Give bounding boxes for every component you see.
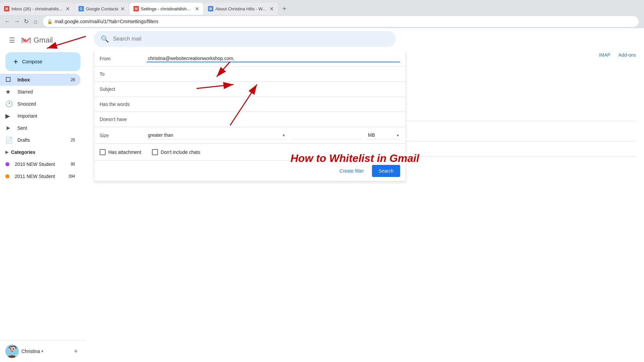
- create-filter-button[interactable]: Create filter: [334, 166, 369, 176]
- label-dot-2011: [5, 174, 9, 178]
- tab-1-title: Inbox (26) - christinahillshelpdesk@...: [11, 6, 63, 11]
- dont-include-chats-label: Don't include chats: [161, 149, 200, 155]
- browser-tab-3[interactable]: M Settings - christinahillshelpdesk@g...…: [129, 3, 203, 15]
- reload-button[interactable]: ↻: [21, 17, 31, 26]
- from-label: From: [100, 56, 147, 61]
- starred-label: Starred: [17, 89, 75, 95]
- hamburger-button[interactable]: ☰: [5, 34, 19, 47]
- browser-tab-2[interactable]: G Google Contacts ✕: [74, 3, 129, 15]
- has-words-input[interactable]: [147, 101, 400, 108]
- categories-label: Categories: [11, 149, 35, 155]
- tab-4-close[interactable]: ✕: [269, 6, 274, 12]
- size-unit-select[interactable]: MB KB Bytes: [367, 131, 400, 139]
- sidebar-item-starred[interactable]: ★ Starred: [0, 86, 80, 98]
- size-operator-select[interactable]: greater than less than: [147, 131, 286, 139]
- search-bar-container: 🔍: [86, 28, 644, 50]
- sidebar-item-inbox[interactable]: ☐ Inbox 26: [0, 74, 80, 86]
- user-chevron-icon[interactable]: ▾: [41, 349, 43, 354]
- doesnt-have-input[interactable]: [147, 116, 400, 123]
- important-label: Important: [17, 113, 75, 119]
- inbox-label: Inbox: [17, 77, 71, 82]
- doesnt-have-label: Doesn't have: [100, 117, 147, 122]
- label-2011-name: 2011 NEW Student: [15, 174, 68, 179]
- main-content: 🔍 IMAP Add-ons From To Subject: [86, 28, 644, 362]
- user-footer: Christina ▾ +: [0, 340, 86, 362]
- tab-2-close[interactable]: ✕: [120, 6, 125, 12]
- gmail-icon: M: [20, 34, 32, 46]
- compose-label: Compose: [22, 59, 42, 64]
- sent-icon: ➤: [5, 124, 12, 132]
- snoozed-label: Snoozed: [17, 101, 75, 107]
- label-2011-count: 394: [68, 174, 75, 179]
- sidebar-item-categories[interactable]: ▶ Categories: [0, 146, 80, 158]
- has-attachment-item: Has attachment: [100, 149, 141, 155]
- addons-link[interactable]: Add-ons: [619, 52, 636, 58]
- has-words-label: Has the words: [100, 102, 147, 107]
- address-bar: ← → ↻ ⌂ 🔒 mail.google.com/mail/u/1/?tab=…: [0, 15, 644, 28]
- has-attachment-checkbox[interactable]: [100, 149, 106, 155]
- browser-chrome: M Inbox (26) - christinahillshelpdesk@..…: [0, 0, 644, 28]
- label-2010-name: 2010 NEW Student: [15, 162, 71, 167]
- label-dot-2010: [5, 162, 9, 166]
- sidebar-item-drafts[interactable]: 📄 Drafts 25: [0, 134, 80, 146]
- tab-3-title: Settings - christinahillshelpdesk@g...: [141, 6, 193, 11]
- back-button[interactable]: ←: [3, 17, 12, 26]
- from-input[interactable]: [147, 55, 400, 62]
- sidebar-item-sent[interactable]: ➤ Sent: [0, 122, 80, 134]
- filter-from-row: From: [94, 51, 406, 67]
- filter-actions-row: Create filter Search: [94, 161, 406, 181]
- subject-input[interactable]: [147, 86, 400, 93]
- sidebar: ☰ M Gmail: [0, 28, 86, 362]
- sidebar-header: ☰ M Gmail: [0, 31, 86, 50]
- home-button[interactable]: ⌂: [31, 17, 40, 26]
- drafts-icon: 📄: [5, 136, 12, 144]
- compose-button[interactable]: + Compose: [5, 52, 80, 71]
- has-attachment-label: Has attachment: [108, 149, 141, 155]
- filter-checkboxes-row: Has attachment Don't include chats: [94, 144, 406, 161]
- sidebar-item-2010[interactable]: 2010 NEW Student 95: [0, 158, 80, 170]
- search-icon: 🔍: [101, 35, 109, 43]
- tab-4-title: About Christina Hills - Website Crea...: [215, 6, 267, 11]
- app-container: ☰ M Gmail: [0, 28, 644, 362]
- filter-size-row: Size greater than less than ▾ MB KB Byte…: [94, 127, 406, 144]
- dont-include-chats-checkbox[interactable]: [152, 149, 158, 155]
- search-input[interactable]: [113, 36, 389, 42]
- inbox-icon: ☐: [5, 76, 12, 83]
- url-bar[interactable]: 🔒 mail.google.com/mail/u/1/?tab=Cm#setti…: [43, 16, 639, 27]
- avatar[interactable]: [5, 345, 19, 358]
- size-operator-wrap: greater than less than ▾: [147, 131, 286, 139]
- tab-2-title: Google Contacts: [86, 6, 118, 11]
- label-2010-count: 95: [71, 162, 75, 167]
- search-button[interactable]: Search: [372, 165, 400, 177]
- drafts-label: Drafts: [17, 137, 71, 143]
- online-indicator: [15, 355, 19, 358]
- sidebar-item-2011[interactable]: 2011 NEW Student 394: [0, 170, 80, 182]
- sidebar-item-snoozed[interactable]: 🕐 Snoozed: [0, 98, 80, 110]
- size-number-input[interactable]: [291, 131, 361, 139]
- sidebar-item-important[interactable]: ▶ Important: [0, 110, 80, 122]
- add-account-button[interactable]: +: [71, 347, 80, 356]
- compose-plus-icon: +: [13, 57, 18, 66]
- to-input[interactable]: [147, 71, 400, 77]
- dont-include-chats-item: Don't include chats: [152, 149, 200, 155]
- starred-icon: ★: [5, 88, 12, 96]
- filter-doesnt-have-row: Doesn't have: [94, 112, 406, 127]
- tab-3-close[interactable]: ✕: [195, 6, 199, 12]
- tab-bar: M Inbox (26) - christinahillshelpdesk@..…: [0, 0, 644, 15]
- important-icon: ▶: [5, 112, 12, 120]
- user-name: Christina: [21, 349, 40, 354]
- to-label: To: [100, 71, 147, 77]
- imap-link[interactable]: IMAP: [599, 52, 610, 58]
- forward-button[interactable]: →: [12, 17, 21, 26]
- gmail-label: Gmail: [34, 36, 53, 45]
- filter-subject-row: Subject: [94, 82, 406, 97]
- tab-1-close[interactable]: ✕: [65, 6, 70, 12]
- browser-tab-1[interactable]: M Inbox (26) - christinahillshelpdesk@..…: [0, 3, 74, 15]
- drafts-count: 25: [71, 138, 75, 142]
- lock-icon: 🔒: [47, 19, 53, 24]
- inbox-count: 26: [71, 77, 75, 82]
- search-bar[interactable]: 🔍: [94, 31, 396, 47]
- svg-point-7: [13, 348, 14, 350]
- browser-tab-4[interactable]: W About Christina Hills - Website Crea..…: [204, 3, 278, 15]
- new-tab-button[interactable]: +: [280, 4, 289, 13]
